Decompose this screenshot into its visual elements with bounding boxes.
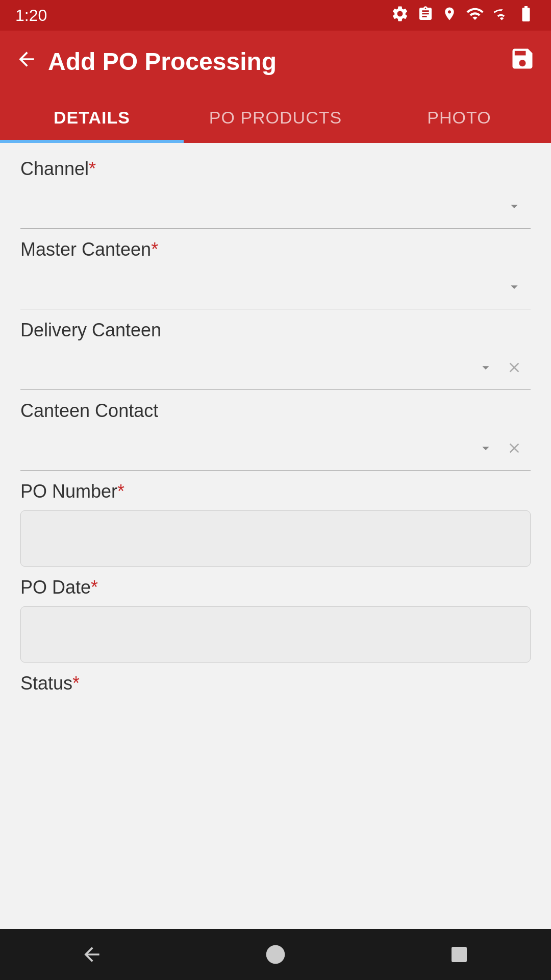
status-label: Status* — [20, 673, 531, 694]
save-button[interactable] — [509, 45, 536, 78]
delivery-canteen-dropdown[interactable] — [20, 349, 531, 390]
nav-recent-button[interactable] — [439, 934, 480, 975]
tab-details[interactable]: Details — [0, 92, 184, 143]
tab-po-products[interactable]: PO Products — [184, 92, 367, 143]
settings-icon — [391, 5, 409, 27]
channel-field: Channel* — [20, 158, 531, 229]
tabs-bar: Details PO Products Photo — [0, 92, 551, 143]
delivery-canteen-chevron-icon — [478, 359, 494, 379]
status-icons — [391, 5, 536, 27]
clipboard-icon — [417, 5, 434, 27]
canteen-contact-chevron-icon — [478, 440, 494, 460]
po-number-field: PO Number* — [20, 481, 531, 567]
form-content: Channel* Master Canteen* Delivery Cantee… — [0, 143, 551, 929]
bottom-nav — [0, 929, 551, 980]
tab-photo[interactable]: Photo — [367, 92, 551, 143]
app-bar-title: Add PO Processing — [48, 47, 277, 76]
svg-point-0 — [266, 945, 285, 964]
canteen-contact-dropdown[interactable] — [20, 430, 531, 471]
po-date-input[interactable] — [20, 606, 531, 663]
master-canteen-chevron-icon — [506, 279, 522, 299]
canteen-contact-clear-button[interactable] — [506, 440, 522, 460]
master-canteen-required: * — [151, 239, 158, 260]
status-field: Status* — [20, 673, 531, 694]
po-date-required: * — [91, 577, 98, 598]
status-bar: 1:20 — [0, 0, 551, 31]
nav-back-button[interactable] — [71, 934, 112, 975]
channel-required: * — [89, 158, 96, 179]
po-number-input[interactable] — [20, 510, 531, 567]
po-date-label: PO Date* — [20, 577, 531, 598]
battery-icon — [516, 5, 536, 27]
app-bar: Add PO Processing — [0, 31, 551, 92]
status-time: 1:20 — [15, 6, 47, 25]
delivery-canteen-clear-button[interactable] — [506, 359, 522, 380]
channel-dropdown[interactable] — [20, 188, 531, 229]
status-required: * — [72, 673, 80, 694]
canteen-contact-label: Canteen Contact — [20, 400, 531, 422]
channel-chevron-icon — [506, 198, 522, 218]
location-icon — [442, 5, 457, 27]
canteen-contact-field: Canteen Contact — [20, 400, 531, 471]
master-canteen-label: Master Canteen* — [20, 239, 531, 260]
wifi-icon — [465, 5, 485, 27]
po-date-field: PO Date* — [20, 577, 531, 663]
app-bar-left: Add PO Processing — [15, 47, 277, 76]
signal-icon — [493, 5, 508, 27]
delivery-canteen-label: Delivery Canteen — [20, 320, 531, 341]
master-canteen-field: Master Canteen* — [20, 239, 531, 309]
po-number-required: * — [117, 481, 124, 502]
master-canteen-dropdown[interactable] — [20, 268, 531, 309]
back-button[interactable] — [15, 48, 38, 75]
po-number-label: PO Number* — [20, 481, 531, 502]
svg-rect-1 — [452, 947, 467, 962]
nav-home-button[interactable] — [255, 934, 296, 975]
channel-label: Channel* — [20, 158, 531, 180]
delivery-canteen-field: Delivery Canteen — [20, 320, 531, 390]
